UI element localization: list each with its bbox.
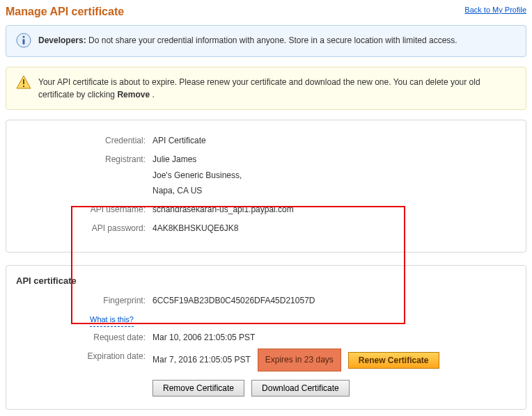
- registrant-value: Julie James Joe's Generic Business, Napa…: [152, 152, 519, 199]
- warning-icon: [16, 74, 31, 90]
- info-alert-body: Do not share your credential information…: [86, 35, 457, 45]
- warn-alert-text: Your API certificate is about to expire.…: [38, 76, 516, 101]
- registrant-row: Registrant: Julie James Joe's Generic Bu…: [13, 152, 519, 199]
- svg-rect-5: [23, 86, 24, 87]
- credential-value: API Certificate: [152, 133, 519, 149]
- top-row: Manage API certificate Back to My Profil…: [6, 6, 526, 18]
- api-password-value: 4AK8KBHSKUQE6JK8: [152, 221, 519, 237]
- request-date-row: Request date: Mar 10, 2006 21:05:05 PST: [13, 330, 519, 346]
- warn-alert: Your API certificate is about to expire.…: [6, 67, 526, 110]
- download-certificate-button[interactable]: Download Certificate: [251, 380, 350, 397]
- expires-in-badge: Expires in 23 days: [258, 349, 341, 371]
- api-password-row: API password: 4AK8KBHSKUQE6JK8: [13, 221, 519, 237]
- button-row: Remove Certificate Download Certificate: [152, 380, 519, 397]
- fingerprint-value: 6CC5F19AB23DB0C45026DFA45D21057D: [152, 293, 519, 309]
- warn-alert-b: .: [150, 90, 155, 99]
- certificate-panel-heading: API certificate: [13, 275, 519, 286]
- info-alert-text: Developers: Do not share your credential…: [38, 34, 457, 47]
- registrant-loc: Napa, CA US: [152, 183, 519, 199]
- remove-certificate-button[interactable]: Remove Certificate: [152, 380, 244, 397]
- api-username-label: API username:: [13, 202, 152, 218]
- api-username-row: API username: schandrasekaran-us_api1.pa…: [13, 202, 519, 218]
- api-password-label: API password:: [13, 221, 152, 237]
- expiration-value: Mar 7, 2016 21:05:05 PST: [152, 352, 251, 368]
- api-username-value: schandrasekaran-us_api1.paypal.com: [152, 202, 519, 218]
- credential-panel: Credential: API Certificate Registrant: …: [6, 120, 526, 253]
- info-alert: Developers: Do not share your credential…: [6, 25, 526, 57]
- registrant-name: Julie James: [152, 152, 519, 168]
- expiration-label: Expiration date:: [13, 349, 152, 371]
- back-to-profile-link[interactable]: Back to My Profile: [464, 6, 526, 14]
- fingerprint-row: Fingerprint: 6CC5F19AB23DB0C45026DFA45D2…: [13, 293, 519, 309]
- info-alert-prefix: Developers:: [38, 35, 86, 45]
- certificate-panel: API certificate Fingerprint: 6CC5F19AB23…: [6, 265, 526, 410]
- credential-row: Credential: API Certificate: [13, 133, 519, 149]
- credential-label: Credential:: [13, 133, 152, 149]
- warn-alert-bold: Remove: [117, 90, 150, 99]
- svg-rect-1: [23, 39, 25, 45]
- what-is-this-row: What is this?: [13, 312, 519, 328]
- registrant-label: Registrant:: [13, 152, 152, 199]
- registrant-biz: Joe's Generic Business,: [152, 168, 519, 184]
- info-icon: [16, 33, 31, 48]
- request-date-label: Request date:: [13, 330, 152, 346]
- request-date-value: Mar 10, 2006 21:05:05 PST: [152, 330, 519, 346]
- expiration-row: Expiration date: Mar 7, 2016 21:05:05 PS…: [13, 349, 519, 371]
- svg-point-2: [22, 35, 24, 38]
- fingerprint-label: Fingerprint:: [13, 293, 152, 309]
- warn-alert-a: Your API certificate is about to expire.…: [38, 77, 480, 99]
- svg-rect-4: [23, 79, 24, 84]
- page-container: Manage API certificate Back to My Profil…: [6, 6, 526, 410]
- what-is-this-link[interactable]: What is this?: [90, 312, 134, 328]
- renew-certificate-button[interactable]: Renew Certificate: [348, 352, 439, 369]
- page-title: Manage API certificate: [6, 6, 124, 18]
